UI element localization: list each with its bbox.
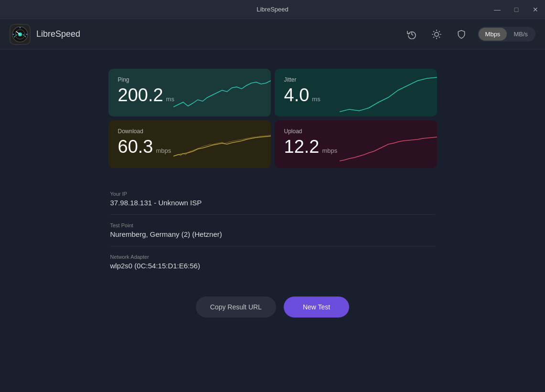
svg-line-10 [433, 31, 434, 32]
network-adapter-value: wlp2s0 (0C:54:15:D1:E6:56) [110, 262, 435, 270]
unit-toggle: Mbps MB/s [478, 27, 535, 42]
ping-unit: ms [166, 95, 174, 103]
upload-card: Upload 12.2 mbps [275, 120, 437, 168]
svg-line-11 [439, 37, 439, 37]
metrics-grid: Ping 200.2 ms Jitter 4.0 ms [108, 69, 437, 168]
window-controls: — □ ✕ [488, 0, 545, 19]
svg-point-5 [26, 33, 27, 34]
network-adapter-row: Network Adapter wlp2s0 (0C:54:15:D1:E6:5… [110, 246, 435, 277]
action-buttons: Copy Result URL New Test [196, 297, 349, 318]
ip-row: Your IP 37.98.18.131 - Unknown ISP [110, 183, 435, 215]
jitter-unit: ms [312, 95, 320, 103]
ping-label: Ping [118, 76, 261, 83]
ip-value: 37.98.18.131 - Unknown ISP [110, 199, 435, 207]
main-content: Ping 200.2 ms Jitter 4.0 ms [0, 50, 545, 327]
header-controls: Mbps MB/s [403, 26, 535, 43]
upload-unit: mbps [322, 147, 337, 154]
history-button[interactable] [403, 26, 420, 43]
app-header: LibreSpeed [0, 19, 545, 50]
download-value-row: 60.3 mbps [118, 138, 261, 156]
download-label: Download [118, 128, 261, 135]
new-test-button[interactable]: New Test [284, 297, 349, 318]
ping-value: 200.2 [118, 86, 163, 104]
history-icon [407, 30, 417, 39]
upload-value: 12.2 [284, 138, 320, 156]
info-section: Your IP 37.98.18.131 - Unknown ISP Test … [110, 183, 435, 277]
minimize-button[interactable]: — [488, 0, 507, 19]
mbps-button[interactable]: Mbps [479, 28, 507, 41]
test-point-value: Nuremberg, Germany (2) (Hetzner) [110, 230, 435, 238]
maximize-button[interactable]: □ [507, 0, 526, 19]
test-point-label: Test Point [110, 222, 435, 228]
jitter-label: Jitter [284, 76, 427, 83]
window-title: LibreSpeed [256, 6, 289, 13]
title-bar: LibreSpeed — □ ✕ [0, 0, 545, 19]
shield-icon [457, 30, 466, 39]
app-icon [10, 24, 31, 45]
svg-point-4 [20, 27, 21, 28]
download-unit: mbps [156, 147, 171, 154]
svg-point-6 [13, 33, 14, 34]
network-adapter-label: Network Adapter [110, 254, 435, 260]
download-card: Download 60.3 mbps [108, 120, 271, 168]
brightness-button[interactable] [428, 26, 445, 43]
svg-line-14 [433, 37, 434, 37]
shield-button[interactable] [453, 26, 470, 43]
copy-result-url-button[interactable]: Copy Result URL [196, 297, 276, 318]
ip-label: Your IP [110, 191, 435, 197]
ping-value-row: 200.2 ms [118, 86, 261, 104]
upload-value-row: 12.2 mbps [284, 138, 427, 156]
jitter-value: 4.0 [284, 86, 310, 104]
jitter-card: Jitter 4.0 ms [275, 69, 437, 117]
app-name: LibreSpeed [36, 29, 80, 39]
jitter-value-row: 4.0 ms [284, 86, 427, 104]
svg-line-15 [439, 31, 439, 32]
download-value: 60.3 [118, 138, 153, 156]
svg-point-7 [434, 32, 438, 36]
ping-card: Ping 200.2 ms [108, 69, 271, 117]
mbs-button[interactable]: MB/s [507, 28, 534, 41]
close-button[interactable]: ✕ [526, 0, 545, 19]
upload-label: Upload [284, 128, 427, 135]
app-logo-area: LibreSpeed [10, 24, 80, 45]
brightness-icon [432, 30, 441, 39]
test-point-row: Test Point Nuremberg, Germany (2) (Hetzn… [110, 215, 435, 246]
